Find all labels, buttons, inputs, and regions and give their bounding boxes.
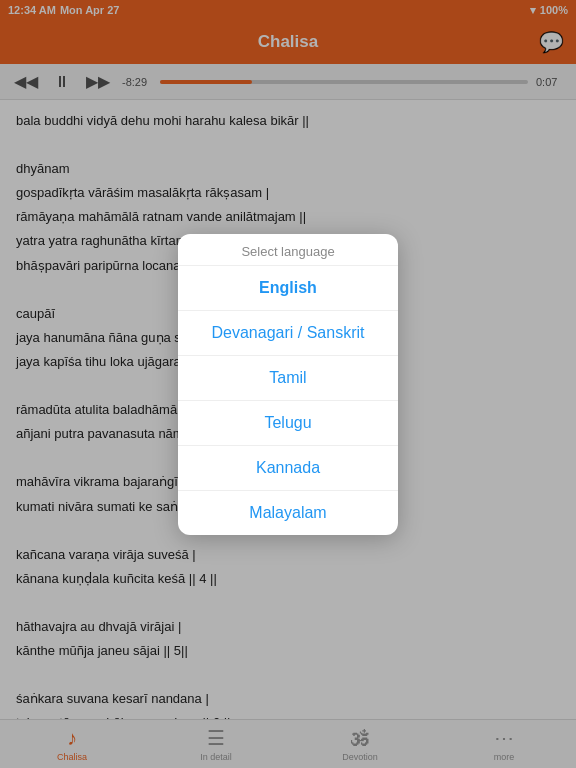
language-option-tamil[interactable]: Tamil [178,356,398,401]
language-option-devanagari-/-sanskrit[interactable]: Devanagari / Sanskrit [178,311,398,356]
language-options: EnglishDevanagari / SanskritTamilTeluguK… [178,266,398,535]
language-option-kannada[interactable]: Kannada [178,446,398,491]
language-option-malayalam[interactable]: Malayalam [178,491,398,535]
language-option-telugu[interactable]: Telugu [178,401,398,446]
language-option-english[interactable]: English [178,266,398,311]
language-dialog: Select language EnglishDevanagari / Sans… [178,234,398,535]
dialog-title: Select language [178,234,398,266]
language-overlay: Select language EnglishDevanagari / Sans… [0,0,576,768]
